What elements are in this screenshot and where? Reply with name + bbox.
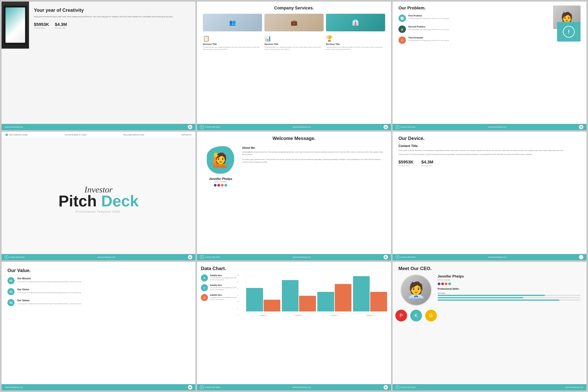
slide6-title: Our Device. (398, 136, 580, 141)
slide1-body: What goes forward and never back? Well, … (34, 16, 192, 18)
value-item-2: 02 Our Vision Lorem Ipsum is simply dumm… (8, 288, 190, 295)
cat4-label: Category 4 (353, 314, 387, 316)
slide9-deck-name: Investor Pitch Deck (400, 386, 416, 388)
skill-fill-1 (438, 295, 545, 296)
problem-2: 🔒 Second Problem The placeholder text be… (398, 26, 545, 33)
p2-icon: 🔒 (398, 26, 406, 33)
ceo-instagram-icon (445, 282, 448, 285)
slide1-stat2-val: $4.3M (55, 22, 67, 27)
slide6-stat2-label: Example Title (422, 165, 433, 166)
skill-fill-3 (438, 300, 559, 301)
legend-2: ⊙ Subtitle Here The placeholder text beg… (201, 284, 238, 291)
slide2-deck-name: Investor Pitch Deck (205, 126, 220, 128)
person-silhouette-icon: 🧑 (561, 12, 573, 23)
bar-2-teal (282, 280, 298, 312)
slide9-p-icon: P (396, 386, 399, 389)
slide1-title: Your year of Creativity (34, 8, 192, 13)
slide3-deck-name: Investor Pitch Deck (400, 126, 416, 128)
bar-3-coral (335, 284, 352, 312)
service-col-2: 📊 Services Title The placeholder text, b… (264, 35, 324, 50)
legend1-body: The placeholder text beginning to with b… (210, 277, 238, 281)
bar-3-teal (317, 292, 334, 312)
google-slides-icon: G (425, 310, 437, 322)
slide6-body2: It has survived not only five centuries,… (398, 153, 580, 156)
value-num-3: 03 (8, 299, 14, 306)
slide2-page-num: 12 (384, 125, 388, 129)
slide3-page-num: 09 (579, 125, 583, 129)
skill-row-1: Soft Skills (438, 292, 580, 296)
slide3-footer-url: www.loremdomain.com (488, 126, 506, 128)
slide5-about-text: Lorem Ipsum is simply dummy text of the … (242, 151, 385, 164)
skill-fill-2 (438, 297, 524, 298)
slide-device: Our Device. Content Title. Lorem Ipsum i… (392, 132, 586, 260)
slide-pitch-deck: ADD COMPANY NAME 123 ANYWHERE ST 12345 H… (2, 132, 196, 260)
skill-row-2 (438, 297, 580, 298)
slide1-footer-url: www.loremdomain.com (5, 126, 23, 128)
service-col-1: 📋 Services Title The placeholder text, b… (203, 35, 262, 50)
slide5-page-num: 03 (384, 255, 388, 259)
legend3-title: Subtitle Here (210, 294, 238, 296)
problem-1: 📈 First Problem The placeholder text beg… (398, 14, 545, 22)
service2-body: The placeholder text, beginning design t… (264, 46, 324, 50)
y-label-0: 0 (237, 314, 238, 316)
value-item-3: 03 Our Values Lorem Ipsum is simply dumm… (8, 299, 190, 306)
ceo-name: Jennifer Phelps (438, 274, 580, 278)
legend3-body: The placeholder text beginning to with b… (210, 296, 238, 301)
slide5-title: Welcome Message. (203, 136, 385, 141)
slide-welcome: Welcome Message. 🙋 Jennifer Phelps CEO &… (197, 132, 391, 260)
cat1-label: Category 1 (246, 314, 280, 316)
slide4-deck-name: Investor Pitch Deck (10, 256, 25, 258)
service3-title: Services Title (326, 43, 385, 45)
ceo-facebook-icon (438, 282, 440, 285)
slide7-footer-url: www.loremdomain.com (5, 386, 23, 388)
slide4-company: ADD COMPANY NAME (9, 134, 28, 136)
slide-problem: Our Problem. 📈 First Problem The placeho… (392, 2, 586, 130)
powerpoint-icon: P (395, 310, 407, 322)
p1-title: First Problem (408, 14, 449, 17)
ceo-social-icons (438, 282, 580, 285)
cat3-label: Category 3 (317, 314, 352, 316)
y-label-1: 1 (237, 308, 238, 310)
ceo-person-icon: 🧑‍💼 (406, 281, 426, 299)
slide7-title: Our Value. (8, 268, 190, 273)
bar-group-3 (317, 284, 352, 312)
slide-services: Company Services. 👥 💼 👔 (197, 2, 391, 130)
facebook-icon (214, 184, 216, 186)
slide4-p-icon: P (5, 256, 8, 259)
service-img-1: 👥 (203, 14, 262, 31)
ceo-twitter-icon (448, 282, 451, 285)
slide6-content-title: Content Title. (398, 144, 580, 148)
p3-body: The placeholder text beginning to with b… (408, 40, 449, 42)
slide5-name: Jennifer Phelps (209, 177, 232, 181)
skill-name-1: Soft Skills (438, 292, 580, 294)
slide8-p-icon: P (200, 386, 204, 389)
value-title-2: Our Vision (17, 288, 81, 291)
y-label-3: 3 (237, 294, 238, 296)
service1-body: The placeholder text, beginning design t… (203, 46, 262, 50)
ceo-title: CEO & Founder (438, 279, 580, 281)
instagram-icon (221, 184, 224, 186)
bar-group-4 (353, 276, 387, 312)
value-body-1: Lorem Ipsum is simply dummy text of the … (17, 281, 81, 283)
youtube-icon (217, 184, 220, 186)
pitch-word2: Deck (101, 192, 138, 210)
slide6-stat2-val: $4.3M (422, 160, 433, 165)
twitter-icon (224, 184, 227, 186)
slide4-top-bar: ADD COMPANY NAME 123 ANYWHERE ST 12345 H… (2, 132, 196, 138)
bar-1-coral (264, 300, 280, 312)
slide8-footer-url: www.loremdomain.com (293, 386, 311, 388)
service-img-2: 💼 (264, 14, 324, 31)
bar-4-coral (370, 292, 387, 312)
value-body-3: Lorem Ipsum is simply dummy text of the … (17, 302, 81, 305)
skills-title: Professional Skills: (438, 288, 580, 290)
slide6-deck-name: Investor Pitch Deck (400, 256, 416, 258)
y-label-2: 2 (237, 301, 238, 303)
slide5-social-icons (214, 184, 227, 186)
slide9-footer-url: www.loremdomain.com (565, 386, 583, 388)
bar-chart (246, 274, 387, 314)
service3-body: The placeholder text, beginning design t… (326, 46, 385, 50)
slide3-p-icon: P (396, 125, 399, 129)
y-label-5: 5 (237, 281, 238, 283)
y-axis: 6 5 4 3 2 1 0 (237, 274, 238, 316)
slide1-page-num: 20 (188, 125, 192, 129)
